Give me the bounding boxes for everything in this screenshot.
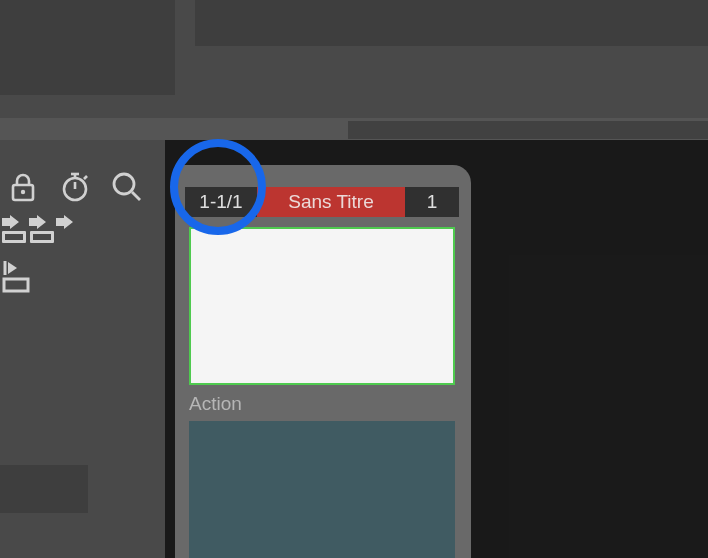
- tool-row: [0, 167, 165, 207]
- panel-header: 1-1/1 Sans Titre 1: [185, 187, 459, 217]
- bottom-left-block: [0, 465, 88, 513]
- action-section-body[interactable]: [189, 421, 455, 558]
- top-shade-right: [195, 0, 708, 46]
- svg-line-8: [132, 192, 140, 200]
- frame-range-label[interactable]: 1-1/1: [185, 187, 257, 217]
- svg-line-6: [84, 176, 87, 179]
- action-section-label: Action: [189, 393, 242, 415]
- svg-marker-10: [29, 215, 46, 229]
- svg-point-7: [114, 174, 134, 194]
- lock-icon[interactable]: [6, 170, 40, 204]
- panel-count[interactable]: 1: [405, 187, 459, 217]
- svg-marker-11: [56, 215, 73, 229]
- mini-frame-icon: [2, 231, 26, 243]
- mini-frame-icon: [30, 231, 54, 243]
- svg-rect-14: [4, 279, 28, 291]
- svg-marker-9: [2, 215, 19, 229]
- svg-point-1: [21, 190, 25, 194]
- top-region: [0, 0, 708, 118]
- panel-thumbnail[interactable]: [189, 227, 455, 385]
- top-shade-left: [0, 0, 175, 95]
- stopwatch-icon[interactable]: [58, 170, 92, 204]
- top-band-bar: [348, 121, 708, 139]
- top-band: [0, 118, 708, 140]
- insert-frames-icon[interactable]: [2, 215, 82, 249]
- panel-title[interactable]: Sans Titre: [257, 187, 405, 217]
- svg-marker-13: [8, 262, 17, 274]
- magnifier-icon[interactable]: [110, 170, 144, 204]
- storyboard-panel[interactable]: 1-1/1 Sans Titre 1 Action: [175, 165, 471, 558]
- step-icon[interactable]: [2, 259, 42, 293]
